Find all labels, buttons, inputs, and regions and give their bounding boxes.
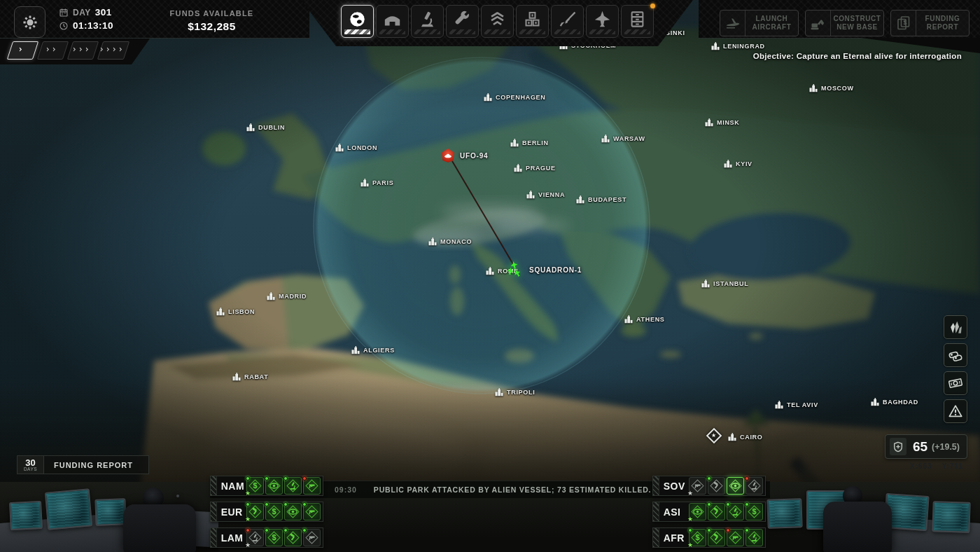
city-label: LENINGRAD bbox=[723, 43, 765, 50]
microscope-icon bbox=[747, 530, 762, 545]
nav-research-button[interactable] bbox=[411, 5, 444, 38]
region-status-gavel[interactable]: ★ bbox=[246, 503, 264, 520]
chevron-icon bbox=[86, 46, 92, 55]
region-lam[interactable]: LAM★ bbox=[210, 527, 323, 548]
layer-funds-button[interactable] bbox=[944, 371, 967, 395]
region-status-dollar[interactable] bbox=[746, 503, 763, 520]
region-status-dollar[interactable]: ★ bbox=[689, 529, 706, 546]
pistol-icon bbox=[304, 530, 319, 545]
day-label: DAY bbox=[73, 8, 91, 18]
squadron-marker[interactable]: SQUADRON-1 bbox=[505, 261, 582, 279]
region-status-eye[interactable] bbox=[284, 503, 302, 520]
launch-aircraft-button[interactable]: LAUNCHAIRCRAFT bbox=[720, 10, 799, 36]
status-dot-green bbox=[265, 502, 269, 506]
funding-report-button[interactable]: FUNDINGREPORT bbox=[890, 10, 969, 36]
chevron-icon bbox=[20, 46, 26, 55]
city-label: MOSCOW bbox=[821, 85, 854, 92]
city-label: WARSAW bbox=[613, 135, 645, 142]
funds-value: $132,285 bbox=[144, 20, 280, 33]
ufo-contact-marker[interactable]: UFO-94 bbox=[441, 149, 488, 163]
region-status-microscope[interactable]: ★ bbox=[246, 529, 264, 546]
status-dot-green bbox=[284, 502, 288, 506]
region-eur[interactable]: EUR★ bbox=[210, 502, 323, 522]
region-status-pistol[interactable]: ★ bbox=[689, 477, 706, 495]
city-buildings-icon bbox=[513, 163, 523, 173]
city-label: ALGIERS bbox=[363, 347, 395, 354]
warning-icon bbox=[948, 403, 963, 419]
base-icon bbox=[383, 10, 402, 29]
nav-geoscape-button[interactable] bbox=[341, 5, 374, 38]
region-status-gavel[interactable] bbox=[708, 503, 725, 520]
city-lisbon: LISBON bbox=[216, 307, 255, 317]
ticker-text: PUBLIC PARK ATTACKED BY ALIEN VESSEL; 73… bbox=[374, 485, 651, 494]
region-asi[interactable]: ASI★ bbox=[652, 502, 766, 522]
funding-report-bar[interactable]: 30DAYS FUNDING REPORT bbox=[17, 455, 149, 474]
region-status-microscope[interactable] bbox=[746, 529, 763, 546]
status-dot-green bbox=[745, 528, 749, 532]
console-screen bbox=[9, 501, 43, 530]
microscope-icon bbox=[286, 478, 300, 493]
region-status-pistol[interactable] bbox=[303, 503, 321, 520]
speed-2x-button[interactable] bbox=[37, 41, 69, 60]
region-status-tiles: ★ bbox=[689, 477, 765, 495]
speed-4x-button[interactable] bbox=[97, 41, 130, 60]
city-label: MINSK bbox=[717, 119, 740, 126]
region-nam[interactable]: NAM★ bbox=[210, 476, 323, 496]
city-buildings-icon bbox=[510, 138, 519, 148]
region-status-eye[interactable]: ★ bbox=[689, 503, 706, 520]
city-buildings-icon bbox=[808, 83, 818, 93]
region-status-gavel[interactable] bbox=[708, 477, 725, 495]
region-status-microscope[interactable] bbox=[284, 477, 302, 495]
nav-engineering-button[interactable] bbox=[446, 5, 479, 38]
region-status-dollar[interactable] bbox=[265, 529, 283, 546]
region-status-eye[interactable] bbox=[265, 477, 283, 495]
region-status-dollar[interactable]: ★ bbox=[246, 477, 264, 495]
nav-armory-button[interactable] bbox=[551, 5, 584, 38]
nav-hatch bbox=[379, 29, 405, 34]
world-map[interactable]: STOCKHOLMHELSINKILENINGRADMOSCOWCOPENHAG… bbox=[0, 0, 980, 490]
region-status-gavel[interactable] bbox=[708, 529, 725, 546]
gavel-icon bbox=[709, 478, 724, 493]
region-status-microscope[interactable] bbox=[727, 503, 744, 520]
date-time-block: DAY 301 01:13:10 bbox=[59, 7, 113, 31]
region-code: AFR bbox=[659, 532, 689, 544]
layer-canisters-button[interactable] bbox=[944, 343, 967, 367]
city-label: RABAT bbox=[244, 373, 268, 380]
nav-personnel-button[interactable] bbox=[481, 5, 514, 38]
nav-stores-button[interactable] bbox=[516, 5, 549, 38]
city-label: MADRID bbox=[279, 293, 307, 300]
chevron-icon bbox=[47, 46, 53, 55]
city-label: ISTANBUL bbox=[713, 280, 748, 287]
nav-aircraft-button[interactable] bbox=[586, 5, 619, 38]
layer-alerts-button[interactable] bbox=[944, 399, 967, 423]
speed-1x-button[interactable] bbox=[7, 41, 38, 60]
relations-value: 65 bbox=[913, 439, 927, 455]
construct-new-base-button[interactable]: CONSTRUCTNEW BASE bbox=[805, 10, 884, 36]
region-status-gavel[interactable] bbox=[284, 529, 302, 546]
region-status-microscope[interactable] bbox=[746, 477, 763, 495]
region-status-pistol[interactable] bbox=[303, 477, 321, 495]
city-monaco: MONACO bbox=[428, 237, 472, 247]
region-status-pistol[interactable] bbox=[303, 529, 321, 546]
status-dot-green bbox=[707, 476, 711, 481]
eye-icon bbox=[267, 478, 281, 493]
settings-button[interactable] bbox=[14, 6, 46, 38]
layer-crystals-button[interactable] bbox=[944, 315, 967, 339]
region-hatch bbox=[653, 476, 659, 495]
region-code: ASI bbox=[659, 506, 689, 518]
region-status-eye[interactable] bbox=[727, 477, 744, 495]
city-buildings-icon bbox=[601, 134, 610, 144]
status-dot-green bbox=[246, 502, 250, 506]
region-code: EUR bbox=[217, 506, 246, 518]
region-sov[interactable]: SOV★ bbox=[652, 476, 766, 496]
jet-icon bbox=[593, 10, 612, 29]
nav-base-button[interactable] bbox=[376, 5, 409, 38]
rank-icon bbox=[488, 10, 507, 29]
status-dot-green bbox=[707, 528, 711, 532]
speed-3x-button[interactable] bbox=[67, 41, 99, 60]
region-status-pistol[interactable] bbox=[727, 529, 744, 546]
region-status-dollar[interactable] bbox=[265, 503, 283, 520]
relations-badge[interactable]: 65 (+19.5) bbox=[885, 434, 967, 459]
nav-archives-button[interactable] bbox=[621, 5, 654, 38]
region-afr[interactable]: AFR★ bbox=[652, 527, 766, 548]
